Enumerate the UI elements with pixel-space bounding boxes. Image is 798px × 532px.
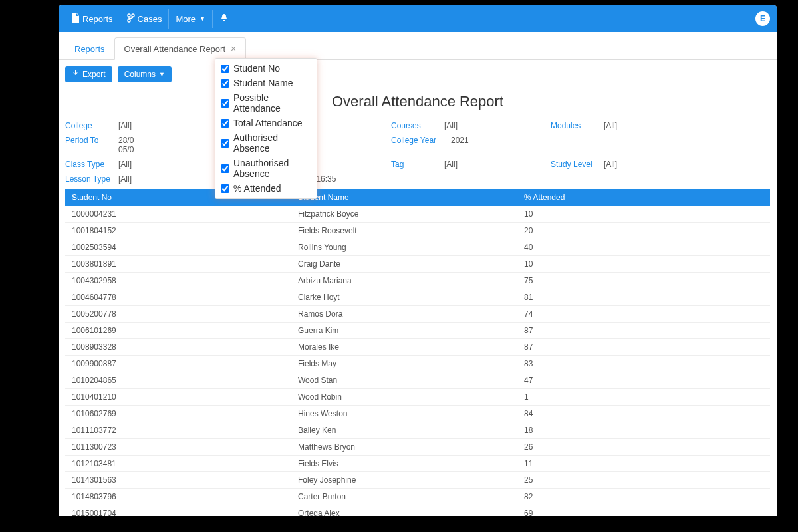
column-label: Possible Attendance — [233, 92, 311, 114]
column-checkbox[interactable] — [221, 164, 229, 173]
filter-label-study-level[interactable]: Study Level — [551, 160, 604, 169]
attendance-table: Student No Student Name % Attended 10000… — [65, 189, 770, 516]
export-label: Export — [82, 70, 106, 79]
filter-label-class-type[interactable]: Class Type — [65, 160, 118, 169]
tabs-row: Reports Overall Attendance Report × — [59, 32, 777, 60]
column-toggle-item[interactable]: Possible Attendance — [215, 90, 317, 116]
filter-label-lesson-type[interactable]: Lesson Type — [65, 174, 118, 184]
column-checkbox[interactable] — [221, 99, 229, 108]
table-row[interactable]: 1010204865Wood Stan47 — [65, 372, 770, 389]
avatar[interactable]: E — [755, 11, 770, 26]
column-toggle-item[interactable]: Student No — [215, 61, 317, 76]
cell-student-name: Morales Ike — [291, 339, 517, 356]
column-label: Authorised Absence — [233, 132, 311, 154]
cell-student-name: Matthews Bryon — [291, 439, 517, 456]
table-row[interactable]: 1011300723Matthews Bryon26 — [65, 439, 770, 456]
filter-value-tag: [All] — [444, 160, 458, 169]
cell-student-no: 1009900887 — [65, 356, 291, 372]
cell-student-name: Fields May — [291, 356, 517, 372]
table-row[interactable]: 1012103481Fields Elvis11 — [65, 456, 770, 472]
cell-pct-attended: 74 — [517, 306, 770, 323]
cell-pct-attended: 20 — [517, 223, 770, 239]
cell-student-name: Bailey Ken — [291, 422, 517, 439]
cell-student-no: 1002503594 — [65, 239, 291, 256]
column-toggle-item[interactable]: Student Name — [215, 76, 317, 90]
table-row[interactable]: 1010401210Wood Robin1 — [65, 389, 770, 406]
table-row[interactable]: 1003801891Craig Dante10 — [65, 256, 770, 273]
cell-student-name: Fitzpatrick Boyce — [291, 206, 517, 223]
header-student-name[interactable]: Student Name — [291, 189, 517, 206]
cell-student-no: 1001804152 — [65, 223, 291, 239]
cell-pct-attended: 18 — [517, 422, 770, 439]
filter-value-period-to: 28/0 05/0 — [118, 136, 134, 154]
cell-student-name: Arbizu Mariana — [291, 273, 517, 289]
cell-student-no: 1011300723 — [65, 439, 291, 456]
chevron-down-icon: ▼ — [200, 15, 205, 22]
table-row[interactable]: 1011103772Bailey Ken18 — [65, 422, 770, 439]
toolbar: Export Columns ▼ — [59, 60, 777, 89]
table-row[interactable]: 1000004231Fitzpatrick Boyce10 — [65, 206, 770, 223]
cell-pct-attended: 11 — [517, 456, 770, 472]
table-row[interactable]: 1001804152Fields Roosevelt20 — [65, 223, 770, 239]
table-row[interactable]: 1004302958Arbizu Mariana75 — [65, 273, 770, 289]
header-pct-attended[interactable]: % Attended — [517, 189, 770, 206]
cell-student-no: 1014301563 — [65, 472, 291, 489]
table-row[interactable]: 1009900887Fields May83 — [65, 356, 770, 372]
nav-notifications[interactable] — [213, 9, 235, 29]
cell-student-no: 1015001704 — [65, 505, 291, 517]
cell-student-no: 1004604778 — [65, 289, 291, 306]
filter-value-lesson-type: [All] — [118, 174, 132, 184]
columns-button[interactable]: Columns ▼ — [118, 66, 172, 82]
chevron-down-icon: ▼ — [159, 71, 165, 78]
table-row[interactable]: 1008903328Morales Ike87 — [65, 339, 770, 356]
cell-student-no: 1006101269 — [65, 323, 291, 339]
column-toggle-item[interactable]: Total Attendance — [215, 116, 317, 130]
table-row[interactable]: 1005200778Ramos Dora74 — [65, 306, 770, 323]
tab-overall-attendance[interactable]: Overall Attendance Report × — [114, 37, 247, 60]
bell-icon — [219, 13, 229, 25]
nav-more[interactable]: More ▼ — [169, 10, 213, 28]
table-row[interactable]: 1002503594Rollins Young40 — [65, 239, 770, 256]
cell-student-name: Ramos Dora — [291, 306, 517, 323]
cell-student-name: Wood Stan — [291, 372, 517, 389]
column-checkbox[interactable] — [221, 119, 229, 128]
cell-student-name: Fields Roosevelt — [291, 223, 517, 239]
close-icon[interactable]: × — [231, 43, 236, 54]
filter-label-tag[interactable]: Tag — [391, 160, 444, 169]
column-toggle-item[interactable]: % Attended — [215, 181, 317, 196]
tab-reports-link[interactable]: Reports — [65, 39, 114, 59]
table-row[interactable]: 1004604778Clarke Hoyt81 — [65, 289, 770, 306]
cell-student-name: Craig Dante — [291, 256, 517, 273]
cell-pct-attended: 83 — [517, 356, 770, 372]
nav-reports[interactable]: Reports — [65, 9, 120, 29]
filter-label-modules[interactable]: Modules — [551, 121, 604, 130]
columns-dropdown[interactable]: Student NoStudent NamePossible Attendanc… — [215, 58, 317, 199]
filter-label-courses[interactable]: Courses — [391, 121, 444, 130]
table-row[interactable]: 1014301563Foley Josephine25 — [65, 472, 770, 489]
column-label: Student No — [233, 63, 280, 74]
column-toggle-item[interactable]: Authorised Absence — [215, 130, 317, 156]
column-checkbox[interactable] — [221, 65, 229, 73]
filters-panel: College [All] [All] Courses [All] Module… — [59, 121, 777, 184]
cell-pct-attended: 87 — [517, 323, 770, 339]
filter-label-period-to[interactable]: Period To — [65, 136, 118, 145]
export-button[interactable]: Export — [65, 66, 112, 82]
table-row[interactable]: 1014803796Carter Burton82 — [65, 489, 770, 505]
filter-label-college[interactable]: College — [65, 121, 118, 130]
cell-student-no: 1010401210 — [65, 389, 291, 406]
table-row[interactable]: 1015001704Ortega Alex69 — [65, 505, 770, 517]
svg-point-0 — [128, 14, 130, 17]
nav-reports-label: Reports — [82, 14, 113, 24]
column-checkbox[interactable] — [221, 139, 229, 148]
column-checkbox[interactable] — [221, 79, 229, 88]
column-checkbox[interactable] — [221, 184, 229, 193]
column-label: Student Name — [233, 78, 293, 88]
table-row[interactable]: 1010602769Hines Weston84 — [65, 406, 770, 422]
nav-cases[interactable]: Cases — [120, 9, 170, 29]
cell-pct-attended: 82 — [517, 489, 770, 505]
column-toggle-item[interactable]: Unauthorised Absence — [215, 156, 317, 181]
filter-label-college-year[interactable]: College Year — [391, 136, 451, 145]
column-label: % Attended — [233, 183, 281, 194]
document-icon — [72, 13, 80, 25]
table-row[interactable]: 1006101269Guerra Kim87 — [65, 323, 770, 339]
